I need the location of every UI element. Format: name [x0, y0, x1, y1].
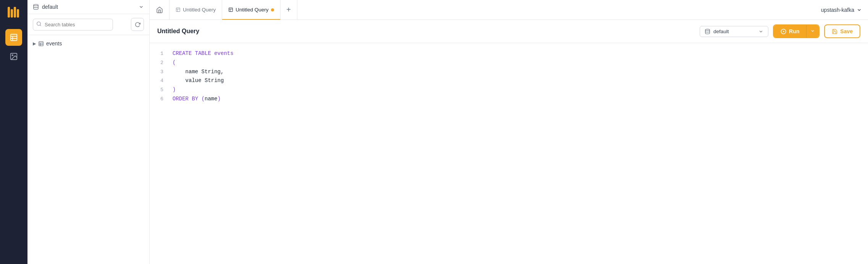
query-title: Untitled Query: [157, 28, 695, 35]
code-content: ): [173, 85, 176, 95]
sidebar-item-table[interactable]: [5, 29, 22, 46]
code-content: CREATE TABLE events: [173, 49, 234, 58]
main-content: Untitled Query Untitled Query + upstash-…: [150, 0, 868, 264]
db-tree: ▶ events: [27, 35, 149, 52]
code-line-1: 1 CREATE TABLE events: [157, 49, 860, 58]
query-db-label: default: [713, 29, 755, 34]
svg-point-11: [37, 22, 40, 25]
line-number: 3: [157, 68, 163, 76]
code-line-5: 5 ): [157, 85, 860, 95]
code-content: ORDER BY (name): [173, 95, 221, 104]
run-dropdown-icon: [810, 29, 815, 33]
tab-bar: Untitled Query Untitled Query + upstash-…: [150, 0, 868, 20]
svg-rect-17: [176, 8, 180, 12]
add-tab-button[interactable]: +: [281, 0, 297, 20]
search-bar: [27, 14, 149, 35]
svg-rect-0: [8, 7, 10, 18]
database-icon: [33, 4, 39, 10]
line-number: 2: [157, 59, 163, 67]
query-toolbar: Untitled Query default Run: [150, 20, 868, 43]
svg-line-12: [40, 25, 41, 26]
svg-rect-20: [229, 8, 233, 12]
run-button-label: Run: [789, 28, 799, 34]
query-db-chevron-icon: [758, 29, 763, 34]
tab-icon: [176, 7, 181, 12]
code-content: value String: [173, 76, 224, 85]
tab-untitled-query-1[interactable]: Untitled Query: [169, 0, 222, 20]
save-button-label: Save: [840, 28, 853, 34]
line-number: 4: [157, 77, 163, 85]
svg-marker-25: [783, 31, 784, 32]
code-line-2: 2 (: [157, 58, 860, 68]
line-number: 5: [157, 86, 163, 94]
svg-point-23: [705, 29, 710, 31]
refresh-button[interactable]: [131, 18, 144, 31]
svg-point-10: [34, 4, 38, 6]
sidebar-item-image[interactable]: [5, 48, 22, 65]
workspace-chevron-icon: [857, 7, 862, 13]
code-line-6: 6 ORDER BY (name): [157, 95, 860, 104]
search-wrap: [33, 19, 128, 31]
save-icon: [832, 29, 837, 34]
workspace-selector[interactable]: upstash-kafka: [821, 7, 868, 13]
workspace-label: upstash-kafka: [821, 7, 854, 13]
db-panel: default ▶: [27, 0, 150, 264]
tab-icon-active: [228, 7, 233, 12]
app-logo: [6, 5, 21, 20]
tab-label-active: Untitled Query: [236, 7, 268, 13]
run-button[interactable]: Run: [774, 25, 807, 37]
add-tab-icon: +: [286, 5, 291, 14]
run-icon: [781, 29, 786, 34]
tree-item-label: events: [46, 40, 62, 47]
query-db-icon: [705, 29, 710, 34]
code-content: name String,: [173, 68, 224, 77]
db-selector-label: default: [42, 4, 136, 10]
code-line-4: 4 value String: [157, 76, 860, 85]
svg-rect-13: [39, 41, 43, 45]
tab-unsaved-dot: [271, 8, 274, 11]
table-icon: [38, 41, 44, 47]
line-number: 6: [157, 95, 163, 103]
search-input[interactable]: [33, 19, 113, 31]
svg-rect-3: [17, 9, 19, 18]
chevron-down-icon: [139, 4, 144, 10]
tab-label: Untitled Query: [183, 7, 216, 13]
tab-home[interactable]: [150, 0, 169, 20]
line-number: 1: [157, 50, 163, 58]
run-chevron-button[interactable]: [807, 25, 819, 37]
save-button[interactable]: Save: [824, 24, 860, 38]
search-icon: [36, 21, 42, 28]
svg-rect-2: [14, 7, 16, 18]
svg-rect-1: [11, 9, 13, 18]
tab-untitled-query-2[interactable]: Untitled Query: [222, 0, 280, 20]
list-item[interactable]: ▶ events: [33, 39, 144, 48]
code-line-3: 3 name String,: [157, 68, 860, 77]
query-db-selector[interactable]: default: [700, 26, 768, 37]
code-editor[interactable]: 1 CREATE TABLE events 2 ( 3 name String,…: [150, 43, 868, 264]
run-button-group: Run: [773, 24, 820, 38]
svg-rect-4: [11, 34, 17, 41]
sidebar: [0, 0, 27, 264]
code-content: (: [173, 58, 176, 68]
svg-point-9: [12, 55, 13, 56]
chevron-right-icon: ▶: [33, 41, 36, 46]
db-selector[interactable]: default: [27, 0, 149, 14]
